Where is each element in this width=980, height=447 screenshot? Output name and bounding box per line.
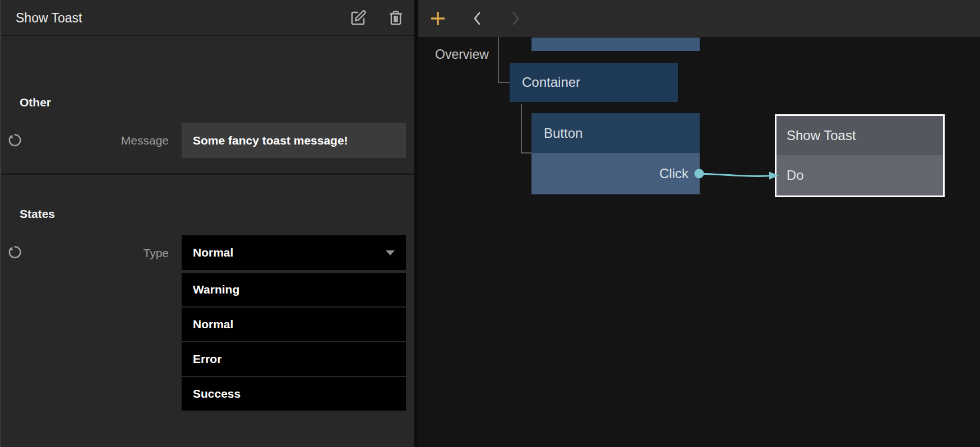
section-divider (1, 173, 415, 175)
input-port-do-label: Do (787, 167, 804, 183)
reset-icon (8, 253, 22, 261)
property-panel: Show Toast (0, 0, 414, 447)
node-partial-clipped[interactable] (531, 38, 700, 51)
tree-connector-line (498, 37, 499, 83)
reset-type-button[interactable] (8, 245, 22, 259)
connection-click-to-do[interactable] (693, 165, 788, 189)
type-option-normal[interactable]: Normal (182, 308, 406, 341)
connection-arrowhead (769, 172, 779, 180)
message-label: Message (63, 134, 169, 147)
app-root: Show Toast (0, 0, 980, 447)
add-node-button[interactable] (428, 8, 448, 29)
node-button-label: Button (544, 125, 583, 141)
type-select-value: Normal (193, 246, 233, 259)
node-graph-panel: Overview Container Button Click Show Toa… (418, 0, 980, 447)
node-show-toast[interactable]: Show Toast Do (775, 114, 945, 197)
type-label: Type (63, 246, 169, 260)
property-panel-header: Show Toast (1, 0, 415, 36)
panel-title: Show Toast (16, 11, 82, 26)
type-option-success[interactable]: Success (182, 377, 406, 411)
tree-connector-line (521, 152, 531, 153)
reset-icon (8, 141, 22, 149)
node-container[interactable]: Container (510, 63, 678, 102)
navigate-back-button[interactable] (468, 8, 488, 29)
node-button[interactable]: Button Click (531, 113, 700, 194)
output-port-dot[interactable] (695, 169, 704, 179)
overview-root-label: Overview (435, 47, 489, 62)
delete-node-button[interactable] (387, 9, 405, 27)
type-option-error[interactable]: Error (182, 342, 406, 376)
node-show-toast-inputs: Do (776, 155, 943, 195)
section-header-other: Other (20, 96, 51, 109)
node-button-outputs: Click (531, 153, 700, 194)
chevron-right-icon (505, 10, 525, 27)
graph-toolbar (418, 0, 980, 37)
tree-connector-line (521, 104, 522, 153)
edit-icon (350, 10, 368, 26)
tree-connector-line (498, 82, 510, 83)
node-show-toast-label: Show Toast (787, 128, 856, 143)
node-canvas[interactable]: Overview Container Button Click Show Toa… (418, 37, 980, 447)
plus-icon (428, 10, 448, 27)
navigate-forward-button[interactable] (505, 8, 525, 29)
section-header-states: States (20, 207, 55, 221)
message-input[interactable]: Some fancy toast message! (182, 123, 406, 158)
output-port-click-label: Click (659, 166, 688, 181)
chevron-down-icon (386, 250, 395, 255)
chevron-left-icon (468, 10, 488, 27)
edit-node-button[interactable] (350, 9, 368, 27)
type-select[interactable]: Normal (182, 235, 406, 270)
node-button-header: Button (531, 113, 700, 153)
node-container-label: Container (522, 74, 580, 90)
panel-divider (414, 0, 418, 447)
type-option-warning[interactable]: Warning (182, 273, 406, 306)
node-show-toast-header: Show Toast (776, 116, 943, 155)
trash-icon (387, 10, 405, 26)
reset-message-button[interactable] (8, 133, 22, 147)
